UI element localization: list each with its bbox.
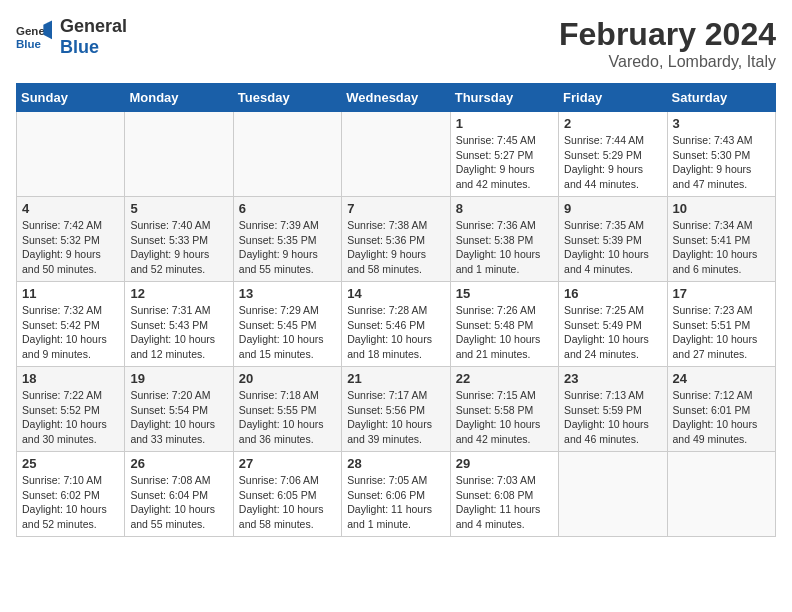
day-content: Sunrise: 7:26 AMSunset: 5:48 PMDaylight:… — [456, 303, 553, 362]
subtitle: Varedo, Lombardy, Italy — [559, 53, 776, 71]
day-number: 5 — [130, 201, 227, 216]
day-content: Sunrise: 7:13 AMSunset: 5:59 PMDaylight:… — [564, 388, 661, 447]
calendar-cell: 10Sunrise: 7:34 AMSunset: 5:41 PMDayligh… — [667, 197, 775, 282]
day-number: 11 — [22, 286, 119, 301]
header-day-sunday: Sunday — [17, 84, 125, 112]
calendar-cell: 17Sunrise: 7:23 AMSunset: 5:51 PMDayligh… — [667, 282, 775, 367]
calendar-cell: 15Sunrise: 7:26 AMSunset: 5:48 PMDayligh… — [450, 282, 558, 367]
day-content: Sunrise: 7:23 AMSunset: 5:51 PMDaylight:… — [673, 303, 770, 362]
day-number: 9 — [564, 201, 661, 216]
header-day-saturday: Saturday — [667, 84, 775, 112]
day-content: Sunrise: 7:36 AMSunset: 5:38 PMDaylight:… — [456, 218, 553, 277]
logo-icon: General Blue — [16, 19, 52, 55]
calendar-week-1: 1Sunrise: 7:45 AMSunset: 5:27 PMDaylight… — [17, 112, 776, 197]
day-number: 16 — [564, 286, 661, 301]
calendar-header-row: SundayMondayTuesdayWednesdayThursdayFrid… — [17, 84, 776, 112]
calendar-cell: 13Sunrise: 7:29 AMSunset: 5:45 PMDayligh… — [233, 282, 341, 367]
calendar-cell: 21Sunrise: 7:17 AMSunset: 5:56 PMDayligh… — [342, 367, 450, 452]
day-number: 22 — [456, 371, 553, 386]
calendar-cell: 5Sunrise: 7:40 AMSunset: 5:33 PMDaylight… — [125, 197, 233, 282]
day-number: 1 — [456, 116, 553, 131]
day-number: 19 — [130, 371, 227, 386]
day-content: Sunrise: 7:34 AMSunset: 5:41 PMDaylight:… — [673, 218, 770, 277]
day-number: 17 — [673, 286, 770, 301]
logo: General Blue General Blue — [16, 16, 127, 58]
calendar-table: SundayMondayTuesdayWednesdayThursdayFrid… — [16, 83, 776, 537]
day-content: Sunrise: 7:10 AMSunset: 6:02 PMDaylight:… — [22, 473, 119, 532]
calendar-cell — [559, 452, 667, 537]
calendar-cell — [17, 112, 125, 197]
header-day-wednesday: Wednesday — [342, 84, 450, 112]
day-content: Sunrise: 7:05 AMSunset: 6:06 PMDaylight:… — [347, 473, 444, 532]
calendar-cell: 1Sunrise: 7:45 AMSunset: 5:27 PMDaylight… — [450, 112, 558, 197]
calendar-week-2: 4Sunrise: 7:42 AMSunset: 5:32 PMDaylight… — [17, 197, 776, 282]
calendar-cell: 6Sunrise: 7:39 AMSunset: 5:35 PMDaylight… — [233, 197, 341, 282]
calendar-cell: 19Sunrise: 7:20 AMSunset: 5:54 PMDayligh… — [125, 367, 233, 452]
day-number: 8 — [456, 201, 553, 216]
day-content: Sunrise: 7:25 AMSunset: 5:49 PMDaylight:… — [564, 303, 661, 362]
day-number: 14 — [347, 286, 444, 301]
day-number: 18 — [22, 371, 119, 386]
day-number: 26 — [130, 456, 227, 471]
calendar-cell: 20Sunrise: 7:18 AMSunset: 5:55 PMDayligh… — [233, 367, 341, 452]
calendar-week-3: 11Sunrise: 7:32 AMSunset: 5:42 PMDayligh… — [17, 282, 776, 367]
main-title: February 2024 — [559, 16, 776, 53]
calendar-cell: 26Sunrise: 7:08 AMSunset: 6:04 PMDayligh… — [125, 452, 233, 537]
day-content: Sunrise: 7:45 AMSunset: 5:27 PMDaylight:… — [456, 133, 553, 192]
calendar-cell: 28Sunrise: 7:05 AMSunset: 6:06 PMDayligh… — [342, 452, 450, 537]
day-content: Sunrise: 7:44 AMSunset: 5:29 PMDaylight:… — [564, 133, 661, 192]
calendar-cell: 24Sunrise: 7:12 AMSunset: 6:01 PMDayligh… — [667, 367, 775, 452]
page-header: General Blue General Blue February 2024 … — [16, 16, 776, 71]
calendar-cell: 2Sunrise: 7:44 AMSunset: 5:29 PMDaylight… — [559, 112, 667, 197]
day-number: 23 — [564, 371, 661, 386]
day-content: Sunrise: 7:38 AMSunset: 5:36 PMDaylight:… — [347, 218, 444, 277]
day-content: Sunrise: 7:40 AMSunset: 5:33 PMDaylight:… — [130, 218, 227, 277]
day-number: 13 — [239, 286, 336, 301]
day-content: Sunrise: 7:03 AMSunset: 6:08 PMDaylight:… — [456, 473, 553, 532]
day-content: Sunrise: 7:32 AMSunset: 5:42 PMDaylight:… — [22, 303, 119, 362]
day-number: 27 — [239, 456, 336, 471]
day-content: Sunrise: 7:15 AMSunset: 5:58 PMDaylight:… — [456, 388, 553, 447]
day-content: Sunrise: 7:28 AMSunset: 5:46 PMDaylight:… — [347, 303, 444, 362]
day-content: Sunrise: 7:17 AMSunset: 5:56 PMDaylight:… — [347, 388, 444, 447]
header-day-monday: Monday — [125, 84, 233, 112]
day-content: Sunrise: 7:31 AMSunset: 5:43 PMDaylight:… — [130, 303, 227, 362]
logo-line1: General — [60, 16, 127, 37]
day-number: 10 — [673, 201, 770, 216]
calendar-cell: 16Sunrise: 7:25 AMSunset: 5:49 PMDayligh… — [559, 282, 667, 367]
day-number: 25 — [22, 456, 119, 471]
calendar-cell: 11Sunrise: 7:32 AMSunset: 5:42 PMDayligh… — [17, 282, 125, 367]
day-content: Sunrise: 7:42 AMSunset: 5:32 PMDaylight:… — [22, 218, 119, 277]
day-number: 29 — [456, 456, 553, 471]
calendar-cell — [342, 112, 450, 197]
calendar-cell: 3Sunrise: 7:43 AMSunset: 5:30 PMDaylight… — [667, 112, 775, 197]
day-content: Sunrise: 7:20 AMSunset: 5:54 PMDaylight:… — [130, 388, 227, 447]
day-content: Sunrise: 7:12 AMSunset: 6:01 PMDaylight:… — [673, 388, 770, 447]
day-number: 15 — [456, 286, 553, 301]
day-content: Sunrise: 7:08 AMSunset: 6:04 PMDaylight:… — [130, 473, 227, 532]
day-content: Sunrise: 7:29 AMSunset: 5:45 PMDaylight:… — [239, 303, 336, 362]
calendar-cell: 29Sunrise: 7:03 AMSunset: 6:08 PMDayligh… — [450, 452, 558, 537]
day-content: Sunrise: 7:35 AMSunset: 5:39 PMDaylight:… — [564, 218, 661, 277]
day-number: 6 — [239, 201, 336, 216]
day-number: 20 — [239, 371, 336, 386]
day-number: 12 — [130, 286, 227, 301]
day-number: 3 — [673, 116, 770, 131]
calendar-cell: 27Sunrise: 7:06 AMSunset: 6:05 PMDayligh… — [233, 452, 341, 537]
calendar-week-5: 25Sunrise: 7:10 AMSunset: 6:02 PMDayligh… — [17, 452, 776, 537]
calendar-week-4: 18Sunrise: 7:22 AMSunset: 5:52 PMDayligh… — [17, 367, 776, 452]
calendar-cell: 14Sunrise: 7:28 AMSunset: 5:46 PMDayligh… — [342, 282, 450, 367]
header-day-thursday: Thursday — [450, 84, 558, 112]
calendar-cell: 22Sunrise: 7:15 AMSunset: 5:58 PMDayligh… — [450, 367, 558, 452]
day-content: Sunrise: 7:18 AMSunset: 5:55 PMDaylight:… — [239, 388, 336, 447]
day-content: Sunrise: 7:39 AMSunset: 5:35 PMDaylight:… — [239, 218, 336, 277]
day-number: 2 — [564, 116, 661, 131]
day-content: Sunrise: 7:06 AMSunset: 6:05 PMDaylight:… — [239, 473, 336, 532]
header-day-friday: Friday — [559, 84, 667, 112]
calendar-cell: 7Sunrise: 7:38 AMSunset: 5:36 PMDaylight… — [342, 197, 450, 282]
header-day-tuesday: Tuesday — [233, 84, 341, 112]
day-number: 28 — [347, 456, 444, 471]
day-number: 7 — [347, 201, 444, 216]
calendar-cell: 25Sunrise: 7:10 AMSunset: 6:02 PMDayligh… — [17, 452, 125, 537]
calendar-cell — [125, 112, 233, 197]
